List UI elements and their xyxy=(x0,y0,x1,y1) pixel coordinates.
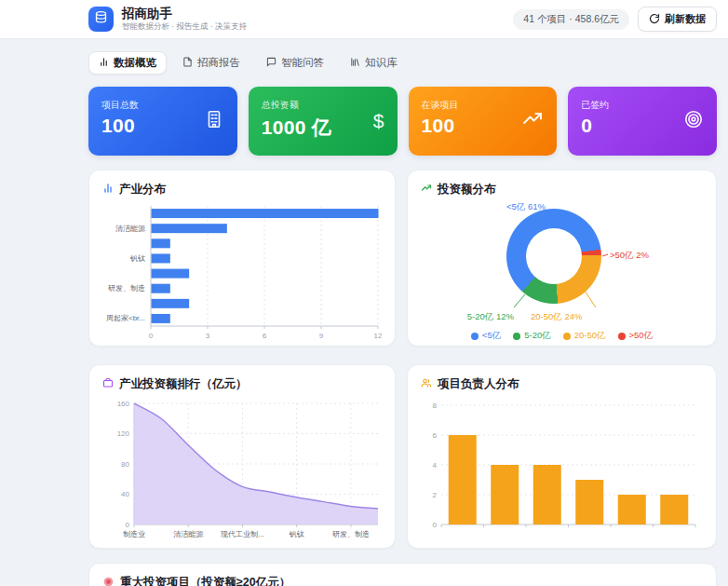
stat-cards-row: 项目总数 100 总投资额 1000 亿 $ 在谈项目 100 xyxy=(88,87,717,156)
svg-text:160: 160 xyxy=(117,400,130,408)
svg-text:2: 2 xyxy=(433,491,438,499)
svg-text:清洁能源: 清洁能源 xyxy=(173,530,204,538)
svg-text:钒钛: 钒钛 xyxy=(289,530,304,538)
legend-item-20-50[interactable]: 20-50亿 xyxy=(563,330,606,342)
stat-value: 1000 亿 xyxy=(262,115,384,141)
svg-text:研发、制造: 研发、制造 xyxy=(108,284,145,293)
svg-text:8: 8 xyxy=(433,402,438,410)
donut-label-lt5: <5亿 61% xyxy=(465,201,546,213)
stat-card-signed: 已签约 0 xyxy=(568,87,717,156)
svg-text:制造业: 制造业 xyxy=(123,530,145,538)
stat-card-total-projects: 项目总数 100 xyxy=(88,87,237,156)
donut-legend: <5亿 5-20亿 20-50亿 >50亿 xyxy=(421,330,703,342)
panel-major-projects: 重大投资项目（投资额≥20亿元） xyxy=(88,563,717,586)
tab-data-overview[interactable]: 数据概览 xyxy=(88,51,167,75)
panel-title: 产业投资额排行（亿元） xyxy=(119,376,248,392)
page-title: 招商助手 xyxy=(122,7,247,20)
report-icon xyxy=(182,57,193,69)
legend-item-lt5[interactable]: <5亿 xyxy=(471,330,501,342)
target-dot-icon xyxy=(102,576,115,586)
target-icon xyxy=(683,109,704,133)
charts-grid: 产业分布 036912清洁能源钒钛研发、制造周起家<br... 投资额分布 xyxy=(88,170,717,549)
ranking-area-chart[interactable]: 04080120160制造业清洁能源现代工业制...钒钛研发、制造 xyxy=(102,396,382,547)
panel-industry-distribution: 产业分布 036912清洁能源钒钛研发、制造周起家<br... xyxy=(88,170,396,347)
tab-bar: 数据概览 招商报告 智能问答 知识库 xyxy=(88,51,717,75)
building-icon xyxy=(204,109,224,133)
panel-title: 投资额分布 xyxy=(438,182,496,198)
tab-knowledge-base[interactable]: 知识库 xyxy=(340,51,408,75)
svg-text:现代工业制...: 现代工业制... xyxy=(221,530,264,538)
svg-text:9: 9 xyxy=(319,332,324,340)
svg-text:钒钛: 钒钛 xyxy=(129,254,145,263)
svg-text:80: 80 xyxy=(121,460,129,469)
svg-text:120: 120 xyxy=(117,429,130,438)
donut-label-20-50: 20-50亿 24% xyxy=(531,311,582,323)
tab-investment-report[interactable]: 招商报告 xyxy=(172,51,250,75)
panel-investment-ranking: 产业投资额排行（亿元） 04080120160制造业清洁能源现代工业制...钒钛… xyxy=(88,364,396,549)
dollar-icon: $ xyxy=(373,110,384,132)
svg-text:0: 0 xyxy=(433,521,438,529)
page-subtitle: 智能数据分析 · 报告生成 · 决策支持 xyxy=(122,21,247,33)
library-icon xyxy=(350,57,360,69)
legend-dot xyxy=(471,333,479,340)
legend-dot xyxy=(563,333,571,340)
panel-investment-distribution: 投资额分布 <5亿 61% >50亿 2% 20-50亿 24% 5-20亿 1… xyxy=(407,170,717,347)
tab-smart-qa[interactable]: 智能问答 xyxy=(256,51,334,75)
legend-dot xyxy=(513,333,520,340)
svg-text:12: 12 xyxy=(374,332,382,340)
managers-bar-chart[interactable]: 02468 xyxy=(421,396,703,547)
panel-title: 产业分布 xyxy=(119,182,166,198)
industry-bar-chart[interactable]: 036912清洁能源钒钛研发、制造周起家<br... xyxy=(102,201,382,347)
svg-text:周起家<br...: 周起家<br... xyxy=(106,314,145,322)
svg-text:3: 3 xyxy=(206,332,210,340)
trend-icon xyxy=(421,183,432,197)
legend-dot xyxy=(618,333,626,340)
legend-item-5-20[interactable]: 5-20亿 xyxy=(513,330,551,342)
svg-text:清洁能源: 清洁能源 xyxy=(115,225,146,233)
donut-label-gt50: >50亿 2% xyxy=(610,250,649,262)
chat-icon xyxy=(266,57,276,69)
svg-text:4: 4 xyxy=(433,461,438,470)
app-header: 招商助手 智能数据分析 · 报告生成 · 决策支持 41 个项目 · 458.6… xyxy=(0,0,728,39)
bar-chart-icon xyxy=(102,183,114,197)
app-logo xyxy=(88,7,114,32)
stat-card-total-investment: 总投资额 1000 亿 $ xyxy=(249,87,398,156)
panel-project-managers: 项目负责人分布 02468 xyxy=(407,364,717,549)
svg-text:0: 0 xyxy=(126,521,130,529)
refresh-icon xyxy=(649,13,660,26)
svg-text:6: 6 xyxy=(433,431,438,440)
investment-donut-chart[interactable]: <5亿 61% >50亿 2% 20-50亿 24% 5-20亿 12% xyxy=(421,201,703,326)
refresh-data-button[interactable]: 刷新数据 xyxy=(638,7,717,32)
donut-label-5-20: 5-20亿 12% xyxy=(432,311,514,323)
svg-text:研发、制造: 研发、制造 xyxy=(332,530,370,538)
panel-title: 重大投资项目（投资额≥20亿元） xyxy=(120,575,290,586)
briefcase-icon xyxy=(102,377,114,391)
trending-up-icon xyxy=(521,108,544,134)
summary-badge: 41 个项目 · 458.6亿元 xyxy=(513,9,629,30)
donut-leader-lines xyxy=(421,201,703,326)
svg-text:0: 0 xyxy=(149,332,154,340)
panel-title: 项目负责人分布 xyxy=(438,376,519,392)
bar-chart-icon xyxy=(99,57,109,69)
stat-card-in-discussion: 在谈项目 100 xyxy=(409,87,558,156)
svg-text:6: 6 xyxy=(263,332,267,340)
people-icon xyxy=(421,377,432,391)
database-icon xyxy=(94,10,108,28)
legend-item-gt50[interactable]: >50亿 xyxy=(618,330,654,342)
svg-text:40: 40 xyxy=(121,490,129,498)
